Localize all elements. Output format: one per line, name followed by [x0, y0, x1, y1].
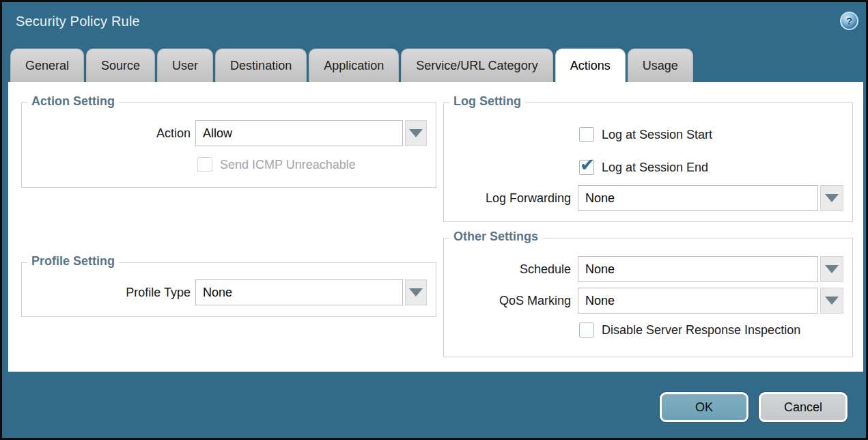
chevron-down-icon — [825, 297, 839, 305]
tab-application[interactable]: Application — [309, 49, 399, 82]
log-forwarding-dropdown-arrow-icon[interactable] — [820, 185, 843, 211]
other-settings-legend: Other Settings — [449, 230, 542, 244]
tab-destination[interactable]: Destination — [215, 49, 307, 82]
log-session-end-checkbox[interactable]: ✔ — [579, 160, 594, 175]
profile-type-label: Profile Type — [29, 279, 191, 305]
schedule-dropdown-arrow-icon[interactable] — [820, 256, 843, 282]
action-dropdown[interactable]: Allow — [195, 120, 403, 146]
chevron-down-icon — [409, 288, 423, 297]
tab-service-url-category[interactable]: Service/URL Category — [401, 49, 552, 82]
dialog-title: Security Policy Rule — [16, 14, 140, 29]
cancel-button[interactable]: Cancel — [759, 392, 848, 422]
send-icmp-label: Send ICMP Unreachable — [220, 157, 356, 172]
qos-marking-dropdown-arrow-icon[interactable] — [820, 288, 843, 314]
tab-actions[interactable]: Actions — [555, 49, 626, 83]
chevron-down-icon — [825, 194, 839, 202]
ok-button[interactable]: OK — [660, 392, 748, 422]
log-setting-legend: Log Setting — [449, 94, 525, 109]
profile-setting-legend: Profile Setting — [27, 254, 119, 269]
disable-server-response-inspection-checkbox[interactable]: ✔ — [579, 322, 594, 338]
log-forwarding-dropdown[interactable]: None — [578, 185, 818, 211]
disable-server-response-inspection-label: Disable Server Response Inspection — [602, 322, 800, 338]
chevron-down-icon — [825, 265, 839, 273]
profile-type-dropdown-arrow-icon[interactable] — [405, 279, 427, 305]
tab-bar: General Source User Destination Applicat… — [10, 49, 693, 83]
schedule-dropdown[interactable]: None — [578, 256, 818, 282]
qos-marking-dropdown[interactable]: None — [578, 288, 818, 314]
qos-marking-label: QoS Marking — [450, 288, 571, 314]
check-icon: ✔ — [580, 156, 595, 174]
tab-usage[interactable]: Usage — [628, 49, 693, 82]
tab-source[interactable]: Source — [86, 49, 155, 82]
action-dropdown-arrow-icon[interactable] — [405, 120, 427, 146]
log-forwarding-label: Log Forwarding — [450, 185, 571, 211]
chevron-down-icon — [409, 129, 423, 137]
schedule-label: Schedule — [450, 256, 571, 282]
action-setting-legend: Action Setting — [27, 94, 119, 109]
tab-general[interactable]: General — [10, 49, 84, 82]
tab-user[interactable]: User — [157, 49, 213, 82]
action-label: Action — [29, 120, 191, 146]
help-icon[interactable]: ? — [840, 12, 858, 30]
log-session-start-checkbox[interactable]: ✔ — [579, 127, 594, 142]
log-session-end-label: Log at Session End — [602, 160, 708, 175]
profile-type-dropdown[interactable]: None — [195, 279, 403, 305]
security-policy-rule-dialog: Security Policy Rule ? General Source Us… — [0, 0, 868, 440]
send-icmp-checkbox[interactable]: ✔ — [197, 157, 212, 172]
log-session-start-label: Log at Session Start — [602, 127, 712, 142]
